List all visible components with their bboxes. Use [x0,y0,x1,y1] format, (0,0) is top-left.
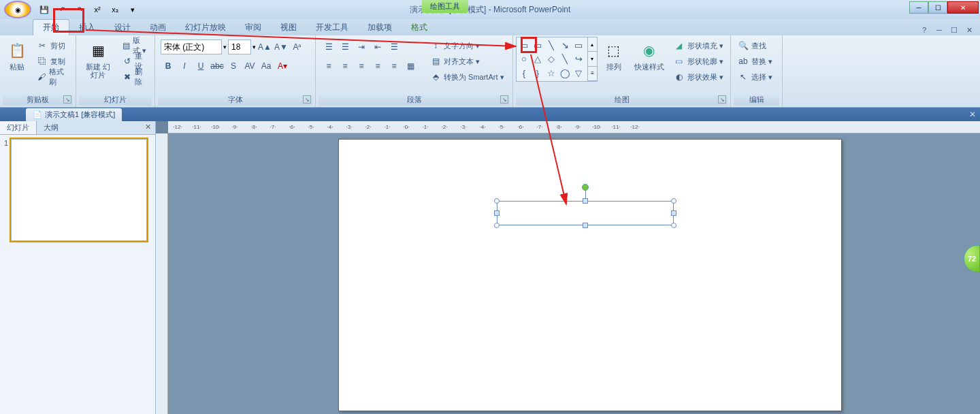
shape-tri2-icon[interactable]: ▽ [572,67,585,79]
shape-triangle-icon[interactable]: △ [532,53,544,65]
justify-button[interactable]: ≡ [370,59,385,74]
panel-close-icon[interactable]: ✕ [141,121,155,134]
launcher-icon[interactable]: ↘ [63,95,71,104]
columns-button[interactable]: ▦ [403,59,418,74]
replace-button[interactable]: ab替换 ▾ [735,54,775,69]
select-button[interactable]: ↖选择 ▾ [735,69,775,84]
align-text-button[interactable]: ▤对齐文本 ▾ [427,54,507,69]
shape-curve-icon[interactable]: ↪ [572,53,585,65]
align-right-button[interactable]: ≡ [354,59,369,74]
resize-handle[interactable] [494,223,500,228]
distribute-button[interactable]: ≡ [387,59,402,74]
shape-outline-button[interactable]: ▭形状轮廓 ▾ [671,54,726,69]
shapes-gallery[interactable]: ▭ ▭ ╲ ↘ ▭ ○ △ ◇ ╲ ↪ { } ☆ ◯ ▽ ▴▾≡ [516,37,598,82]
arrange-button[interactable]: ⬚ 排列 [599,37,629,74]
shape-line-icon[interactable]: ╲ [545,39,557,51]
painter-button[interactable]: 🖌格式刷 [34,69,71,84]
numbering-button[interactable]: ☰ [338,39,353,54]
font-name-combo[interactable]: 宋体 (正文) [161,39,222,54]
resize-handle[interactable] [583,223,588,228]
minimize-button[interactable]: ─ [909,1,928,14]
resize-handle[interactable] [671,198,676,204]
shrink-font-button[interactable]: A▼ [274,39,289,54]
smartart-button[interactable]: ⬘转换为 SmartArt ▾ [427,69,507,84]
canvas[interactable] [168,133,980,414]
thumbnails[interactable]: 1 [0,135,155,414]
mdi-minimize[interactable]: ─ [934,25,945,35]
resize-handle[interactable] [583,198,588,204]
new-slide-button[interactable]: ▦ 新建 幻灯片 [79,37,117,82]
decrease-indent-button[interactable]: ⇥ [354,39,369,54]
shape-conn-icon[interactable]: ╲ [559,53,571,65]
shape-fill-button[interactable]: ◢形状填充 ▾ [671,38,726,53]
tab-review[interactable]: 审阅 [235,20,271,35]
delete-button[interactable]: ✖删除 [120,69,150,84]
launcher-icon[interactable]: ↘ [718,95,726,104]
selected-textbox[interactable] [497,201,674,225]
qat-save[interactable]: 💾 [37,3,52,16]
shape-circle-icon[interactable]: ◯ [559,67,571,79]
bold-button[interactable]: B [161,59,176,74]
close-button[interactable]: ✕ [947,1,979,14]
resize-handle[interactable] [671,223,676,228]
document-tab[interactable]: 📄演示文稿1 [兼容模式] [26,108,122,121]
align-left-button[interactable]: ≡ [321,59,336,74]
tab-dev[interactable]: 开发工具 [306,20,358,35]
help-icon[interactable]: ? [919,25,930,35]
qat-sub[interactable]: x₂ [108,3,122,16]
resize-handle[interactable] [494,210,500,216]
maximize-button[interactable]: ☐ [928,1,947,14]
spacing-button[interactable]: AV [242,59,257,74]
clear-format-button[interactable]: Aᵃ [290,39,305,54]
resize-handle[interactable] [671,210,676,216]
line-spacing-button[interactable]: ☰ [387,39,402,54]
tab-slideshow[interactable]: 幻灯片放映 [176,20,235,35]
tab-addins[interactable]: 加载项 [358,20,402,35]
bullets-button[interactable]: ☰ [321,39,336,54]
qat-undo[interactable]: ↶ [54,3,69,16]
panel-tab-outline[interactable]: 大纲 [37,121,65,134]
shape-diamond-icon[interactable]: ◇ [545,53,557,65]
paste-button[interactable]: 📋 粘贴 [3,37,31,74]
font-color-button[interactable]: A▾ [275,59,290,74]
shape-textbox-icon[interactable]: ▭ [518,39,530,51]
shape-brace-icon[interactable]: { [518,67,530,79]
shape-rect-icon[interactable]: ▭ [572,39,585,51]
qat-more[interactable]: ▾ [125,3,140,16]
font-size-combo[interactable]: 18 [228,39,251,54]
panel-tab-slides[interactable]: 幻灯片 [0,121,37,134]
mdi-restore[interactable]: ☐ [949,25,960,35]
tab-view[interactable]: 视图 [271,20,306,35]
tab-home[interactable]: 开始 [33,19,69,35]
text-direction-button[interactable]: ↕文字方向 ▾ [427,38,507,53]
strike-button[interactable]: abc [210,59,225,74]
gallery-scroll[interactable]: ▴▾≡ [587,37,597,81]
slide-thumbnail[interactable] [11,139,147,241]
find-button[interactable]: 🔍查找 [735,38,775,53]
shape-oval-icon[interactable]: ○ [518,53,530,65]
resize-handle[interactable] [494,198,500,204]
slide[interactable] [338,139,842,411]
mdi-close[interactable]: ✕ [964,25,975,35]
increase-indent-button[interactable]: ⇤ [370,39,385,54]
underline-button[interactable]: U [193,59,208,74]
shape-effects-button[interactable]: ◐形状效果 ▾ [671,69,726,84]
shape-icon[interactable]: ▭ [532,39,544,51]
launcher-icon[interactable]: ↘ [500,95,508,104]
tab-design[interactable]: 设计 [105,20,140,35]
thumbnail-item[interactable]: 1 [4,139,151,241]
case-button[interactable]: Aa [259,59,274,74]
quickstyle-button[interactable]: ◉ 快速样式 [630,37,668,74]
tab-format[interactable]: 格式 [402,20,437,35]
doc-close-icon[interactable]: ✕ [969,110,976,119]
grow-font-button[interactable]: A▲ [257,39,272,54]
qat-sup[interactable]: x² [90,3,105,16]
launcher-icon[interactable]: ↘ [303,95,311,104]
shadow-button[interactable]: S [226,59,241,74]
align-center-button[interactable]: ≡ [338,59,353,74]
cut-button[interactable]: ✂剪切 [34,38,71,53]
qat-redo[interactable]: ↷ [72,3,87,16]
italic-button[interactable]: I [177,59,192,74]
office-button[interactable]: ◉ [4,1,31,18]
tab-animation[interactable]: 动画 [140,20,176,35]
